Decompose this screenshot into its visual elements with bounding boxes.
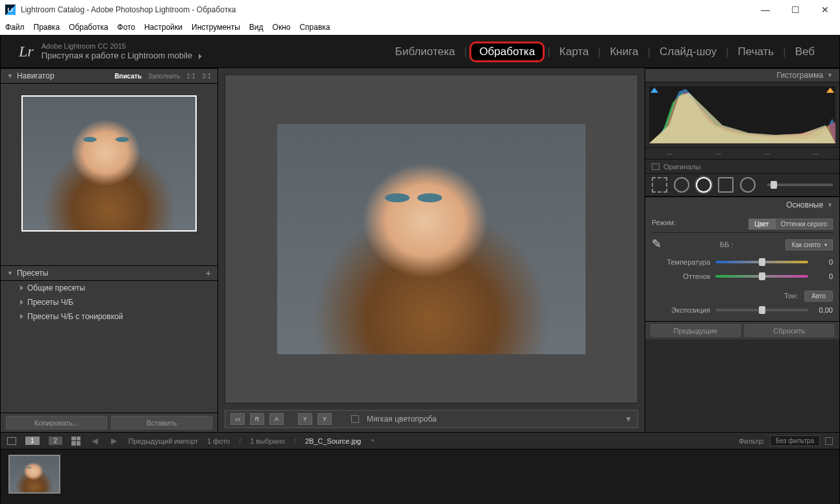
menu-tools[interactable]: Инструменты <box>191 23 240 32</box>
filter-select[interactable]: Без фильтра <box>770 435 820 446</box>
module-print[interactable]: Печать <box>732 43 781 61</box>
maximize-button[interactable]: ☐ <box>780 0 810 19</box>
highlight-clip-icon[interactable] <box>826 88 834 93</box>
chevron-down-icon[interactable]: ▼ <box>370 438 375 444</box>
radial-tool[interactable] <box>740 177 756 193</box>
develop-toolbar: ▭ R A Y Y Мягкая цветопроба ▼ <box>225 410 638 428</box>
menu-photo[interactable]: Фото <box>117 23 136 32</box>
preset-folder[interactable]: Пресеты Ч/Б с тонировкой <box>1 309 217 324</box>
navigator-title: Навигатор <box>17 71 55 80</box>
filter-lock-icon[interactable] <box>825 437 833 445</box>
exposure-slider[interactable] <box>715 309 808 311</box>
filter-label: Фильтр: <box>739 437 765 445</box>
auto-tone-button[interactable]: Авто <box>804 291 833 302</box>
loupe-view-button[interactable]: ▭ <box>230 413 245 425</box>
module-develop[interactable]: Обработка <box>469 42 545 62</box>
tint-value[interactable]: 0 <box>813 272 833 280</box>
before-after-r[interactable]: R <box>250 413 264 425</box>
navigator-header[interactable]: ▼ Навигатор Вписать Заполнить 1:1 3:1 <box>1 68 217 84</box>
image-canvas[interactable] <box>225 75 638 403</box>
menu-file[interactable]: Файл <box>5 23 25 32</box>
triangle-right-icon <box>20 300 23 305</box>
grid-view-icon[interactable] <box>71 437 80 446</box>
filmstrip-thumbnail[interactable] <box>8 455 60 494</box>
brush-size-slider[interactable] <box>767 184 833 186</box>
next-photo-icon[interactable]: ► <box>109 435 119 447</box>
right-panel: Гистограмма ▼ <box>645 68 839 432</box>
module-web[interactable]: Веб <box>789 43 821 61</box>
center-panel: ▭ R A Y Y Мягкая цветопроба ▼ <box>218 68 645 432</box>
triangle-right-icon <box>20 314 23 319</box>
menu-window[interactable]: Окно <box>273 23 291 32</box>
mobile-link[interactable]: Приступая к работе с Lightroom mobile <box>42 51 192 62</box>
preset-label: Пресеты Ч/Б с тонировкой <box>27 312 123 321</box>
module-book[interactable]: Книга <box>603 43 645 61</box>
chevron-right-icon <box>199 54 202 59</box>
basic-header[interactable]: Основные ▼ <box>645 197 839 212</box>
copy-button[interactable]: Копировать... <box>6 416 107 429</box>
app-icon: Lr <box>5 5 16 15</box>
navigator-preview[interactable] <box>1 84 217 265</box>
before-after-a[interactable]: A <box>269 413 284 425</box>
histogram-header[interactable]: Гистограмма ▼ <box>645 68 839 82</box>
presets-header[interactable]: ▼ Пресеты + <box>1 265 217 281</box>
display-2[interactable]: 2 <box>49 437 63 445</box>
module-map[interactable]: Карта <box>553 43 596 61</box>
menu-edit[interactable]: Правка <box>34 23 60 32</box>
photo-count: 1 фото <box>207 437 230 445</box>
crop-tool[interactable] <box>652 177 667 193</box>
preset-folder[interactable]: Общие пресеты <box>1 281 217 295</box>
treatment-label: Режим: <box>652 219 676 230</box>
triangle-down-icon: ▼ <box>827 72 833 78</box>
module-slideshow[interactable]: Слайд-шоу <box>653 43 723 61</box>
before-after-y2[interactable]: Y <box>317 413 332 425</box>
menu-settings[interactable]: Настройки <box>144 23 182 32</box>
tone-label: Тон: <box>784 292 798 300</box>
display-1[interactable]: 1 <box>25 437 40 445</box>
titlebar: Lr Lightroom Catalog - Adobe Photoshop L… <box>0 0 840 19</box>
basic-title: Основные <box>786 200 823 210</box>
spot-tool[interactable] <box>674 177 689 193</box>
minimize-button[interactable]: — <box>750 0 780 19</box>
triangle-down-icon: ▼ <box>827 202 833 208</box>
nav-fill[interactable]: Заполнить <box>148 73 180 80</box>
softproof-checkbox[interactable] <box>351 415 359 423</box>
selected-count: 1 выбрано <box>250 437 285 445</box>
histogram[interactable] <box>645 82 839 147</box>
chevron-down-icon[interactable]: ▼ <box>624 414 632 424</box>
nav-1-1[interactable]: 1:1 <box>186 73 195 80</box>
tint-slider[interactable] <box>715 275 808 278</box>
originals-row[interactable]: Оригиналы <box>645 159 839 173</box>
close-button[interactable]: ✕ <box>810 0 840 19</box>
triangle-down-icon: ▼ <box>7 73 13 79</box>
reset-button[interactable]: Сбросить <box>745 324 835 337</box>
temp-slider[interactable] <box>715 261 808 263</box>
wb-select[interactable]: Как снято▾ <box>785 239 833 250</box>
filename-label: 2B_C_Source.jpg <box>305 437 361 445</box>
preset-folder[interactable]: Пресеты Ч/Б <box>1 295 217 309</box>
add-preset-icon[interactable]: + <box>206 268 211 278</box>
exposure-value[interactable]: 0,00 <box>813 306 833 314</box>
originals-icon <box>652 163 660 170</box>
shadow-clip-icon[interactable] <box>650 88 658 93</box>
secondary-display-icon[interactable] <box>7 437 16 445</box>
before-after-y1[interactable]: Y <box>298 413 312 425</box>
treatment-color[interactable]: Цвет <box>748 219 774 230</box>
prev-photo-icon[interactable]: ◄ <box>90 435 100 447</box>
paste-button[interactable]: Вставить <box>111 416 212 429</box>
menu-help[interactable]: Справка <box>299 23 330 32</box>
wb-dropper-icon[interactable]: ✎ <box>652 237 667 252</box>
redeye-tool[interactable] <box>696 177 711 193</box>
window-title: Lightroom Catalog - Adobe Photoshop Ligh… <box>21 5 236 14</box>
menu-develop[interactable]: Обработка <box>69 23 108 32</box>
menu-view[interactable]: Вид <box>249 23 264 32</box>
temp-value[interactable]: 0 <box>813 258 833 266</box>
lr-logo: Lr <box>19 43 34 60</box>
nav-3-1[interactable]: 3:1 <box>202 73 211 80</box>
gradient-tool[interactable] <box>718 177 734 193</box>
module-library[interactable]: Библиотека <box>389 43 462 61</box>
treatment-gray[interactable]: Оттенки серого <box>775 219 833 230</box>
nav-fit[interactable]: Вписать <box>114 73 142 80</box>
source-label[interactable]: Предыдущий импорт <box>129 437 198 445</box>
previous-button[interactable]: Предыдущие <box>650 324 741 337</box>
